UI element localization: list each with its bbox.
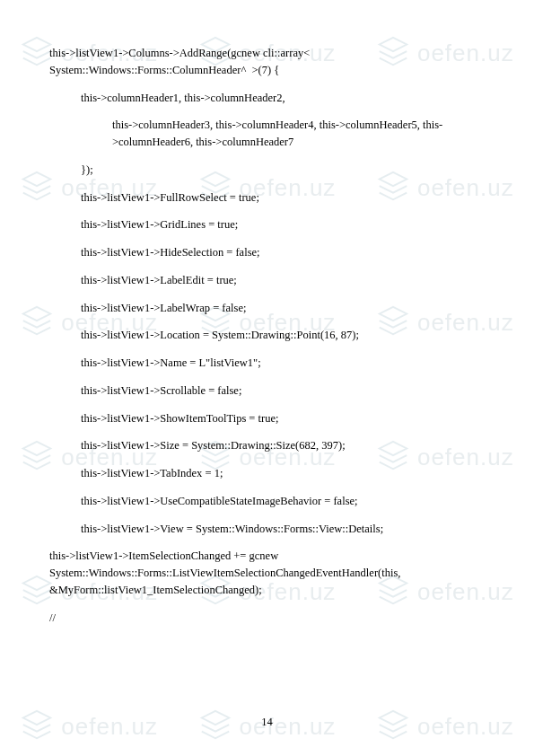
code-line: this->listView1->FullRowSelect = true;: [49, 189, 485, 207]
code-line: this->listView1->UseCompatibleStateImage…: [49, 493, 485, 510]
code-line: this->listView1->TabIndex = 1;: [49, 465, 485, 482]
code-line: this->listView1->HideSelection = false;: [49, 244, 485, 261]
code-line: this->listView1->LabelEdit = true;: [49, 272, 485, 289]
code-line: //: [49, 610, 485, 627]
code-line: this->listView1->Scrollable = false;: [49, 382, 485, 400]
code-content: this->listView1->Columns->AddRange(gcnew…: [0, 0, 534, 664]
code-line: this->columnHeader1, this->columnHeader2…: [49, 90, 485, 107]
code-line: this->listView1->GridLines = true;: [49, 216, 485, 233]
code-line: this->listView1->Location = System::Draw…: [49, 327, 485, 344]
page-number: 14: [0, 716, 534, 729]
code-line: this->listView1->Name = L"listView1";: [49, 355, 485, 372]
code-line: });: [49, 162, 485, 179]
code-line: this->columnHeader3, this->columnHeader4…: [49, 117, 485, 151]
code-line: this->listView1->Size = System::Drawing:…: [49, 437, 485, 454]
code-line: this->listView1->View = System::Windows:…: [49, 521, 485, 538]
code-line: this->listView1->Columns->AddRange(gcnew…: [49, 45, 485, 79]
code-line: this->listView1->LabelWrap = false;: [49, 300, 485, 317]
code-line: this->listView1->ItemSelectionChanged +=…: [49, 548, 485, 598]
code-line: this->listView1->ShowItemToolTips = true…: [49, 410, 485, 427]
